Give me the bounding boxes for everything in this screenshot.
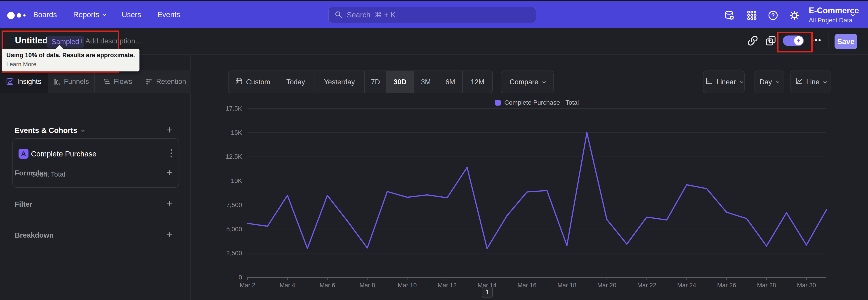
chevron-down-icon: [740, 80, 743, 83]
funnels-icon: [54, 78, 60, 85]
chevron-down-icon: [103, 12, 106, 16]
svg-text:Mar 10: Mar 10: [398, 282, 416, 289]
range-6m[interactable]: 6M: [438, 71, 462, 93]
report-type-tabs: Insights Funnels Flows Retention: [0, 70, 191, 93]
svg-text:2,500: 2,500: [226, 249, 242, 257]
svg-text:Mar 30: Mar 30: [797, 282, 816, 289]
sampling-tooltip: Using 10% of data. Results are approxima…: [2, 49, 140, 71]
add-to-board-icon[interactable]: [764, 34, 778, 48]
primary-nav: Boards Reports Users Events: [33, 1, 180, 28]
more-menu[interactable]: •••: [811, 36, 822, 44]
search-input[interactable]: [347, 11, 530, 19]
project-chevron-down-icon[interactable]: [851, 13, 855, 17]
header-divider: [828, 33, 829, 48]
kebab-menu-icon[interactable]: [170, 149, 173, 159]
chevron-down-icon: [823, 80, 827, 83]
formulas-label: Formulas: [15, 169, 47, 177]
svg-text:Mar 24: Mar 24: [677, 282, 696, 289]
chevron-down-icon: [776, 80, 779, 83]
svg-text:Mar 22: Mar 22: [637, 282, 656, 289]
svg-text:15K: 15K: [231, 129, 242, 136]
global-search[interactable]: [328, 7, 536, 23]
compare-dropdown[interactable]: Compare: [501, 70, 554, 93]
svg-text:Mar 6: Mar 6: [320, 282, 335, 289]
add-filter-button[interactable]: +: [164, 198, 175, 209]
svg-text:Mar 20: Mar 20: [597, 282, 616, 289]
add-formula-button[interactable]: +: [164, 167, 175, 178]
sampling-toggle[interactable]: [783, 35, 804, 46]
series-letter-badge: A: [19, 149, 29, 159]
chevron-down-icon: [81, 128, 85, 132]
svg-text:10K: 10K: [231, 177, 242, 184]
insights-report-page: Boards Reports Users Events ? E-Commerce…: [0, 0, 868, 300]
date-range-segmented-control: Custom Today Yesterday 7D 30D 3M 6M 12M: [228, 70, 493, 93]
svg-text:Mar 4: Mar 4: [280, 282, 295, 289]
svg-text:?: ?: [771, 12, 775, 19]
scale-dropdown[interactable]: Linear: [703, 70, 745, 93]
tab-flows[interactable]: Flows: [94, 70, 141, 93]
tab-retention[interactable]: Retention: [141, 70, 191, 93]
copy-link-icon[interactable]: [746, 34, 760, 48]
add-description[interactable]: + Add description...: [80, 37, 141, 45]
nav-item-events[interactable]: Events: [157, 10, 180, 19]
svg-text:Mar 28: Mar 28: [757, 282, 776, 289]
range-30d[interactable]: 30D: [386, 71, 413, 93]
add-event-button[interactable]: +: [164, 124, 175, 135]
search-icon: [335, 11, 342, 19]
event-name[interactable]: Complete Purchase: [31, 150, 96, 158]
chart-type-dropdown[interactable]: Line: [790, 70, 831, 93]
range-7d[interactable]: 7D: [364, 71, 386, 93]
retention-icon: [146, 78, 153, 85]
line-chart-icon: [795, 78, 802, 87]
tab-funnels[interactable]: Funnels: [48, 70, 94, 93]
svg-text:Mar 2: Mar 2: [240, 282, 255, 289]
settings-gear-icon[interactable]: [788, 9, 800, 21]
top-nav: Boards Reports Users Events ? E-Commerce…: [0, 0, 868, 28]
line-chart[interactable]: 02,5005,0007,50010K12.5K15K17.5KMar 2Mar…: [194, 97, 868, 300]
interval-dropdown[interactable]: Day: [754, 70, 783, 93]
events-cohorts-header[interactable]: Events & Cohorts: [15, 126, 84, 135]
svg-text:Mar 18: Mar 18: [557, 282, 577, 289]
calendar-icon: [235, 78, 243, 87]
report-title[interactable]: Untitled: [15, 35, 48, 46]
save-button[interactable]: Save: [835, 34, 857, 49]
svg-text:7,500: 7,500: [226, 202, 242, 208]
nav-item-reports[interactable]: Reports: [73, 10, 105, 19]
breakdown-label: Breakdown: [15, 231, 54, 239]
svg-text:5,000: 5,000: [226, 226, 242, 233]
query-sidebar: Insights Funnels Flows Retention Events …: [0, 55, 191, 300]
mixpanel-logo-icon[interactable]: [7, 10, 28, 20]
range-3m[interactable]: 3M: [413, 71, 438, 93]
svg-text:Mar 16: Mar 16: [518, 282, 536, 289]
range-custom[interactable]: Custom: [228, 71, 277, 93]
apps-grid-icon[interactable]: [746, 9, 758, 21]
insights-icon: [6, 78, 13, 85]
data-settings-icon[interactable]: [723, 9, 735, 21]
learn-more-link[interactable]: Learn More: [6, 61, 36, 68]
svg-text:Mar 26: Mar 26: [717, 282, 736, 289]
range-yesterday[interactable]: Yesterday: [314, 71, 364, 93]
tab-insights[interactable]: Insights: [0, 70, 48, 93]
pagination-page-1[interactable]: 1: [482, 287, 493, 298]
svg-text:Mar 8: Mar 8: [360, 282, 375, 289]
filter-label: Filter: [15, 200, 32, 208]
svg-text:0: 0: [239, 274, 242, 281]
svg-text:12.5K: 12.5K: [225, 153, 242, 160]
flows-icon: [103, 78, 110, 85]
help-icon[interactable]: ?: [767, 9, 779, 21]
sampled-badge[interactable]: Sampled: [46, 36, 84, 48]
svg-text:17.5K: 17.5K: [225, 105, 242, 112]
chevron-down-icon: [542, 80, 546, 83]
tooltip-text: Using 10% of data. Results are approxima…: [6, 52, 135, 59]
nav-item-boards[interactable]: Boards: [33, 10, 57, 19]
add-breakdown-button[interactable]: +: [164, 229, 175, 240]
project-scope: All Project Data: [809, 17, 859, 24]
range-12m[interactable]: 12M: [462, 71, 492, 93]
lightning-bolt-icon: [794, 36, 803, 45]
linear-scale-icon: [705, 78, 712, 87]
range-today[interactable]: Today: [277, 71, 314, 93]
svg-text:Mar 12: Mar 12: [438, 282, 457, 289]
nav-item-users[interactable]: Users: [122, 10, 141, 19]
event-card[interactable]: A Complete Purchase Count Total: [12, 138, 179, 188]
